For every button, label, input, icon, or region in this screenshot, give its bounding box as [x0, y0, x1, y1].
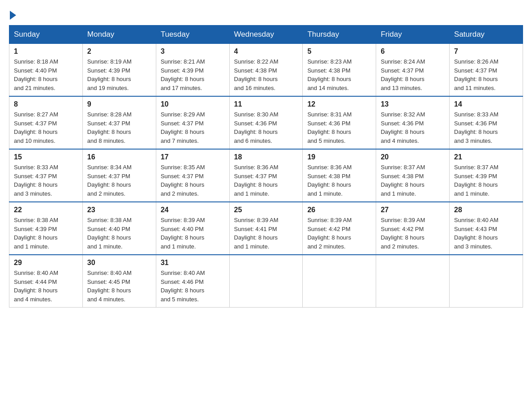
- day-info: Sunrise: 8:33 AMSunset: 4:36 PMDaylight:…: [454, 110, 518, 145]
- day-info: Sunrise: 8:33 AMSunset: 4:37 PMDaylight:…: [14, 163, 78, 198]
- day-number: 30: [87, 259, 151, 267]
- day-info: Sunrise: 8:39 AMSunset: 4:42 PMDaylight:…: [381, 216, 445, 251]
- day-info: Sunrise: 8:23 AMSunset: 4:38 PMDaylight:…: [307, 57, 371, 92]
- weekday-header-friday: Friday: [376, 26, 450, 44]
- day-info: Sunrise: 8:37 AMSunset: 4:39 PMDaylight:…: [454, 163, 518, 198]
- day-number: 29: [14, 259, 78, 267]
- day-number: 31: [161, 259, 225, 267]
- day-info: Sunrise: 8:35 AMSunset: 4:37 PMDaylight:…: [161, 163, 225, 198]
- day-info: Sunrise: 8:40 AMSunset: 4:44 PMDaylight:…: [14, 269, 78, 304]
- page-header: [9, 9, 523, 18]
- calendar-cell: 12Sunrise: 8:31 AMSunset: 4:36 PMDayligh…: [303, 96, 376, 149]
- day-info: Sunrise: 8:38 AMSunset: 4:40 PMDaylight:…: [87, 216, 151, 251]
- calendar-cell: 1Sunrise: 8:18 AMSunset: 4:40 PMDaylight…: [9, 44, 83, 97]
- day-number: 21: [454, 153, 518, 161]
- calendar-cell: 26Sunrise: 8:39 AMSunset: 4:42 PMDayligh…: [303, 202, 376, 255]
- calendar-cell: [229, 255, 303, 308]
- day-number: 2: [87, 47, 151, 56]
- calendar-week-row: 1Sunrise: 8:18 AMSunset: 4:40 PMDaylight…: [9, 44, 523, 97]
- calendar-cell: 8Sunrise: 8:27 AMSunset: 4:37 PMDaylight…: [9, 96, 83, 149]
- day-info: Sunrise: 8:24 AMSunset: 4:37 PMDaylight:…: [381, 57, 445, 92]
- calendar-cell: 3Sunrise: 8:21 AMSunset: 4:39 PMDaylight…: [156, 44, 229, 97]
- day-info: Sunrise: 8:34 AMSunset: 4:37 PMDaylight:…: [87, 163, 151, 198]
- calendar-cell: [450, 255, 523, 308]
- day-number: 1: [14, 47, 78, 56]
- weekday-header-monday: Monday: [82, 26, 156, 44]
- calendar-cell: 5Sunrise: 8:23 AMSunset: 4:38 PMDaylight…: [303, 44, 376, 97]
- day-number: 12: [307, 100, 371, 108]
- day-info: Sunrise: 8:21 AMSunset: 4:39 PMDaylight:…: [161, 57, 225, 92]
- calendar-week-row: 8Sunrise: 8:27 AMSunset: 4:37 PMDaylight…: [9, 96, 523, 149]
- day-info: Sunrise: 8:32 AMSunset: 4:36 PMDaylight:…: [381, 110, 445, 145]
- day-number: 15: [14, 153, 78, 161]
- weekday-header-row: SundayMondayTuesdayWednesdayThursdayFrid…: [9, 26, 523, 44]
- calendar-cell: 10Sunrise: 8:29 AMSunset: 4:37 PMDayligh…: [156, 96, 229, 149]
- day-info: Sunrise: 8:40 AMSunset: 4:43 PMDaylight:…: [454, 216, 518, 251]
- weekday-header-thursday: Thursday: [303, 26, 376, 44]
- day-number: 24: [161, 206, 225, 214]
- calendar-cell: 2Sunrise: 8:19 AMSunset: 4:39 PMDaylight…: [82, 44, 156, 97]
- day-info: Sunrise: 8:36 AMSunset: 4:38 PMDaylight:…: [307, 163, 371, 198]
- calendar-cell: 22Sunrise: 8:38 AMSunset: 4:39 PMDayligh…: [9, 202, 83, 255]
- day-info: Sunrise: 8:27 AMSunset: 4:37 PMDaylight:…: [14, 110, 78, 145]
- calendar-cell: 20Sunrise: 8:37 AMSunset: 4:38 PMDayligh…: [376, 149, 450, 202]
- day-number: 22: [14, 206, 78, 214]
- calendar-cell: 9Sunrise: 8:28 AMSunset: 4:37 PMDaylight…: [82, 96, 156, 149]
- day-number: 28: [454, 206, 518, 214]
- calendar-cell: 31Sunrise: 8:40 AMSunset: 4:46 PMDayligh…: [156, 255, 229, 308]
- calendar-cell: [303, 255, 376, 308]
- day-number: 7: [454, 47, 518, 56]
- day-number: 23: [87, 206, 151, 214]
- day-info: Sunrise: 8:18 AMSunset: 4:40 PMDaylight:…: [14, 57, 78, 92]
- day-info: Sunrise: 8:31 AMSunset: 4:36 PMDaylight:…: [307, 110, 371, 145]
- day-info: Sunrise: 8:39 AMSunset: 4:40 PMDaylight:…: [161, 216, 225, 251]
- day-number: 19: [307, 153, 371, 161]
- calendar-table: SundayMondayTuesdayWednesdayThursdayFrid…: [9, 25, 523, 308]
- logo-arrow-icon: [10, 11, 16, 20]
- calendar-cell: 16Sunrise: 8:34 AMSunset: 4:37 PMDayligh…: [82, 149, 156, 202]
- calendar-cell: 4Sunrise: 8:22 AMSunset: 4:38 PMDaylight…: [229, 44, 303, 97]
- day-number: 10: [161, 100, 225, 108]
- day-info: Sunrise: 8:30 AMSunset: 4:36 PMDaylight:…: [234, 110, 298, 145]
- calendar-cell: 23Sunrise: 8:38 AMSunset: 4:40 PMDayligh…: [82, 202, 156, 255]
- day-number: 9: [87, 100, 151, 108]
- calendar-cell: 21Sunrise: 8:37 AMSunset: 4:39 PMDayligh…: [450, 149, 523, 202]
- day-info: Sunrise: 8:40 AMSunset: 4:46 PMDaylight:…: [161, 269, 225, 304]
- day-number: 13: [381, 100, 445, 108]
- day-number: 17: [161, 153, 225, 161]
- weekday-header-sunday: Sunday: [9, 26, 83, 44]
- weekday-header-tuesday: Tuesday: [156, 26, 229, 44]
- calendar-cell: 7Sunrise: 8:26 AMSunset: 4:37 PMDaylight…: [450, 44, 523, 97]
- day-info: Sunrise: 8:39 AMSunset: 4:41 PMDaylight:…: [234, 216, 298, 251]
- calendar-cell: [376, 255, 450, 308]
- calendar-cell: 28Sunrise: 8:40 AMSunset: 4:43 PMDayligh…: [450, 202, 523, 255]
- calendar-cell: 14Sunrise: 8:33 AMSunset: 4:36 PMDayligh…: [450, 96, 523, 149]
- day-number: 14: [454, 100, 518, 108]
- day-number: 25: [234, 206, 298, 214]
- calendar-cell: 11Sunrise: 8:30 AMSunset: 4:36 PMDayligh…: [229, 96, 303, 149]
- day-info: Sunrise: 8:40 AMSunset: 4:45 PMDaylight:…: [87, 269, 151, 304]
- calendar-cell: 29Sunrise: 8:40 AMSunset: 4:44 PMDayligh…: [9, 255, 83, 308]
- day-info: Sunrise: 8:19 AMSunset: 4:39 PMDaylight:…: [87, 57, 151, 92]
- day-number: 8: [14, 100, 78, 108]
- calendar-cell: 30Sunrise: 8:40 AMSunset: 4:45 PMDayligh…: [82, 255, 156, 308]
- day-info: Sunrise: 8:38 AMSunset: 4:39 PMDaylight:…: [14, 216, 78, 251]
- calendar-cell: 6Sunrise: 8:24 AMSunset: 4:37 PMDaylight…: [376, 44, 450, 97]
- day-info: Sunrise: 8:37 AMSunset: 4:38 PMDaylight:…: [381, 163, 445, 198]
- logo: [9, 9, 16, 18]
- day-number: 20: [381, 153, 445, 161]
- calendar-cell: 25Sunrise: 8:39 AMSunset: 4:41 PMDayligh…: [229, 202, 303, 255]
- day-info: Sunrise: 8:39 AMSunset: 4:42 PMDaylight:…: [307, 216, 371, 251]
- calendar-cell: 15Sunrise: 8:33 AMSunset: 4:37 PMDayligh…: [9, 149, 83, 202]
- day-number: 5: [307, 47, 371, 56]
- calendar-cell: 24Sunrise: 8:39 AMSunset: 4:40 PMDayligh…: [156, 202, 229, 255]
- calendar-cell: 13Sunrise: 8:32 AMSunset: 4:36 PMDayligh…: [376, 96, 450, 149]
- day-number: 16: [87, 153, 151, 161]
- calendar-week-row: 29Sunrise: 8:40 AMSunset: 4:44 PMDayligh…: [9, 255, 523, 308]
- day-number: 26: [307, 206, 371, 214]
- calendar-cell: 17Sunrise: 8:35 AMSunset: 4:37 PMDayligh…: [156, 149, 229, 202]
- day-number: 11: [234, 100, 298, 108]
- calendar-cell: 27Sunrise: 8:39 AMSunset: 4:42 PMDayligh…: [376, 202, 450, 255]
- day-info: Sunrise: 8:36 AMSunset: 4:37 PMDaylight:…: [234, 163, 298, 198]
- calendar-week-row: 22Sunrise: 8:38 AMSunset: 4:39 PMDayligh…: [9, 202, 523, 255]
